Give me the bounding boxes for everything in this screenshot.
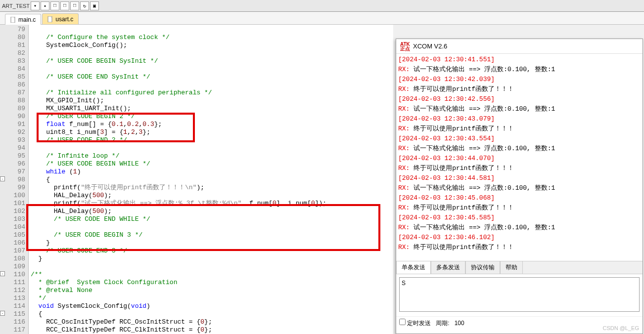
code-line[interactable]: float f_num[] = {0.1,0.2,0.3};: [29, 121, 393, 128]
code-line[interactable]: [29, 65, 393, 73]
line-number: 108: [0, 255, 28, 263]
toolbar-btn-1[interactable]: ✦: [41, 1, 49, 10]
log-timestamp: [2024-02-03 12:30:42.556]: [398, 94, 641, 104]
xcom-titlebar[interactable]: ATK正点 XCOM V2.6: [396, 39, 643, 54]
code-line[interactable]: * @brief System Clock Configuration: [29, 279, 393, 287]
log-rx-line: RX: 试一下格式化输出 ==> 浮点数:0.100, 整数:1: [398, 104, 641, 114]
xtab-single-send[interactable]: 单条发送: [396, 261, 431, 274]
code-line[interactable]: uint8_t i_num[3] = {1,2,3};: [29, 128, 393, 136]
code-line[interactable]: /* USER CODE BEGIN 2 */: [29, 113, 393, 121]
code-area[interactable]: /* Configure the system clock */ SystemC…: [29, 25, 393, 334]
code-line[interactable]: SystemClock_Config();: [29, 42, 393, 49]
line-number: 99: [0, 184, 28, 192]
code-line[interactable]: /* Configure the system clock */: [29, 34, 393, 42]
line-number: 80: [0, 34, 28, 42]
fold-toggle-icon[interactable]: -: [0, 311, 5, 316]
code-line[interactable]: HAL_Delay(500);: [29, 192, 393, 200]
tab-main-c[interactable]: main.c: [5, 14, 41, 25]
log-timestamp: [2024-02-03 12:30:46.102]: [398, 233, 641, 243]
code-line[interactable]: /* USER CODE BEGIN SysInit */: [29, 57, 393, 65]
code-line[interactable]: /* Initialize all configured peripherals…: [29, 89, 393, 97]
line-number: 100: [0, 192, 28, 200]
line-number: 88: [0, 97, 28, 105]
xtab-help[interactable]: 帮助: [500, 261, 523, 274]
toolbar-btn-4[interactable]: □: [70, 1, 79, 10]
xtab-multi-send[interactable]: 多条发送: [431, 261, 465, 274]
code-line[interactable]: [29, 144, 393, 152]
toolbar-btn-6[interactable]: ▣: [90, 1, 99, 10]
period-label: 周期:: [436, 319, 449, 328]
code-line[interactable]: RCC_OscInitTypeDef RCC_OscInitStruct = {…: [29, 318, 393, 326]
fold-toggle-icon[interactable]: -: [0, 176, 5, 181]
line-number: 105: [0, 231, 28, 239]
toolbar-btn-3[interactable]: □: [60, 1, 69, 10]
line-number: 103: [0, 215, 28, 223]
line-number: 83: [0, 57, 28, 65]
log-rx-line: RX: 试一下格式化输出 ==> 浮点数:0.100, 整数:1: [398, 144, 641, 154]
code-line[interactable]: /* USER CODE END WHILE */: [29, 215, 393, 223]
toolbar-btn-2[interactable]: □: [50, 1, 59, 10]
code-line[interactable]: [29, 263, 393, 271]
code-line[interactable]: [29, 49, 393, 57]
xcom-send-input[interactable]: [399, 277, 640, 312]
fold-toggle-icon[interactable]: -: [0, 271, 5, 276]
code-line[interactable]: }: [29, 255, 393, 263]
code-line[interactable]: [29, 26, 393, 34]
line-number: 93: [0, 136, 28, 144]
code-line[interactable]: [29, 223, 393, 231]
line-number: 94: [0, 144, 28, 152]
code-line[interactable]: while (1): [29, 168, 393, 176]
timed-send-checkbox[interactable]: 定时发送: [399, 319, 431, 328]
toolbar-btn-5[interactable]: ↻: [80, 1, 89, 10]
xcom-output[interactable]: [2024-02-03 12:30:41.551]RX: 试一下格式化输出 ==…: [396, 54, 643, 261]
log-rx-line: RX: 试一下格式化输出 ==> 浮点数:0.100, 整数:1: [398, 223, 641, 233]
line-number: 86: [0, 81, 28, 89]
code-line[interactable]: /* USER CODE END 3 */: [29, 247, 393, 255]
line-number: 113: [0, 294, 28, 302]
line-number: 96: [0, 160, 28, 168]
code-line[interactable]: MX_USART1_UART_Init();: [29, 105, 393, 113]
line-number: 116: [0, 318, 28, 326]
line-number: 109: [0, 263, 28, 271]
code-line[interactable]: /* USER CODE BEGIN 3 */: [29, 231, 393, 239]
file-icon: [47, 16, 53, 22]
code-line[interactable]: HAL_Delay(500);: [29, 208, 393, 215]
code-line[interactable]: [29, 81, 393, 89]
line-number: 97: [0, 168, 28, 176]
line-number: 102: [0, 208, 28, 215]
code-line[interactable]: /* USER CODE END 2 */: [29, 136, 393, 144]
log-timestamp: [2024-02-03 12:30:44.070]: [398, 154, 641, 164]
log-rx-line: RX: 终于可以使用printf函数了！！！: [398, 243, 641, 252]
code-line[interactable]: printf("试一下格式化输出 ==> 浮点数:%.3f,\t整数:%d\n"…: [29, 200, 393, 208]
code-line[interactable]: /* Infinite loop */: [29, 152, 393, 160]
code-line[interactable]: RCC_ClkInitTypeDef RCC_ClkInitStruct = {…: [29, 326, 393, 334]
line-number: 95: [0, 152, 28, 160]
line-number: 111: [0, 279, 28, 287]
xcom-logo-icon: ATK正点: [400, 42, 410, 51]
code-line[interactable]: printf("终于可以使用printf函数了！！！\n");: [29, 184, 393, 192]
log-rx-line: RX: 终于可以使用printf函数了！！！: [398, 124, 641, 134]
watermark: CSDN @L_EG: [602, 325, 639, 331]
log-timestamp: [2024-02-03 12:30:45.068]: [398, 193, 641, 203]
xcom-send-tabs: 单条发送 多条发送 协议传输 帮助: [396, 261, 643, 274]
tab-label: usart.c: [55, 16, 73, 23]
code-line[interactable]: {: [29, 310, 393, 318]
code-line[interactable]: void SystemClock_Config(void): [29, 302, 393, 310]
log-rx-line: RX: 试一下格式化输出 ==> 浮点数:0.100, 整数:1: [398, 65, 641, 75]
line-number: 89: [0, 105, 28, 113]
code-line[interactable]: {: [29, 176, 393, 184]
xtab-protocol[interactable]: 协议传输: [465, 261, 500, 274]
line-number: 106: [0, 239, 28, 247]
code-line[interactable]: }: [29, 239, 393, 247]
line-number: 90: [0, 113, 28, 121]
code-line[interactable]: /* USER CODE BEGIN WHILE */: [29, 160, 393, 168]
code-line[interactable]: */: [29, 294, 393, 302]
toolbar-dropdown-icon[interactable]: ▾: [31, 1, 40, 10]
code-line[interactable]: MX_GPIO_Init();: [29, 97, 393, 105]
code-line[interactable]: * @retval None: [29, 287, 393, 294]
line-number: 84: [0, 65, 28, 73]
code-line[interactable]: /* USER CODE END SysInit */: [29, 73, 393, 81]
code-line[interactable]: /**: [29, 271, 393, 279]
code-editor[interactable]: 7980818283848586878889909192939495969798…: [0, 25, 393, 334]
tab-usart-c[interactable]: usart.c: [42, 13, 79, 24]
